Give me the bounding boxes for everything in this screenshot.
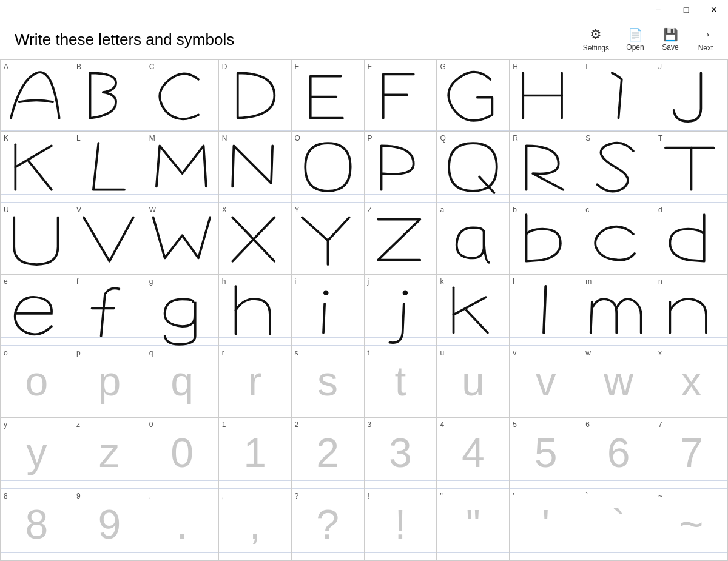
cell-label: b [513, 206, 517, 214]
cell-l[interactable]: l [510, 275, 582, 346]
cell-z[interactable]: zz [73, 418, 146, 489]
cell-D[interactable]: D [219, 60, 292, 132]
cell-label: k [440, 277, 443, 286]
cell-2[interactable]: 22 [292, 418, 365, 489]
cell-G[interactable]: G [437, 60, 510, 132]
cell-label: ~ [658, 492, 662, 500]
settings-button[interactable]: ⚙ Settings [577, 24, 615, 55]
minimize-button[interactable]: − [644, 0, 672, 19]
cell-y[interactable]: yy [1, 418, 73, 489]
cell-0[interactable]: 00 [146, 418, 219, 489]
cell-label: i [295, 277, 297, 286]
cell-E[interactable]: E [292, 60, 365, 132]
close-button[interactable]: ✕ [700, 0, 728, 19]
cell-label: Z [368, 206, 372, 214]
cell-9[interactable]: 99 [73, 489, 146, 561]
cell-u[interactable]: uu [437, 346, 510, 418]
cell-W[interactable]: W [146, 203, 219, 275]
cell-J[interactable]: J [655, 60, 728, 132]
cell-q[interactable]: qq [146, 346, 219, 418]
cell-label: x [658, 349, 662, 357]
cell-Y[interactable]: Y [292, 203, 365, 275]
cell-label: P [368, 134, 372, 143]
cell-1[interactable]: 11 [219, 418, 292, 489]
cell-4[interactable]: 44 [437, 418, 510, 489]
cell-label: ' [513, 492, 514, 500]
cell-label: c [585, 206, 589, 214]
cell-b[interactable]: b [510, 203, 582, 275]
cell-e[interactable]: e [1, 275, 73, 346]
cell-_[interactable]: .. [146, 489, 219, 561]
cell-t[interactable]: tt [365, 346, 437, 418]
cell-label: q [149, 349, 153, 357]
cell-P[interactable]: P [365, 132, 437, 203]
cell-N[interactable]: N [219, 132, 292, 203]
cell-m[interactable]: m [582, 275, 655, 346]
cell-r[interactable]: rr [219, 346, 292, 418]
window-controls: − □ ✕ [644, 0, 728, 19]
save-button[interactable]: 💾 Save [655, 25, 686, 54]
open-button[interactable]: 📄 Open [620, 25, 650, 54]
maximize-button[interactable]: □ [672, 0, 700, 19]
cell-X[interactable]: X [219, 203, 292, 275]
cell-7[interactable]: 77 [655, 418, 728, 489]
cell-_[interactable]: ,, [219, 489, 292, 561]
cell-5[interactable]: 55 [510, 418, 582, 489]
cell-I[interactable]: I [582, 60, 655, 132]
cell-_[interactable]: "" [437, 489, 510, 561]
cell-R[interactable]: R [510, 132, 582, 203]
cell-U[interactable]: U [1, 203, 73, 275]
cell-F[interactable]: F [365, 60, 437, 132]
cell-label: a [440, 206, 444, 214]
cell-w[interactable]: ww [582, 346, 655, 418]
cell-p[interactable]: pp [73, 346, 146, 418]
cell-label: W [149, 206, 156, 214]
cell-n[interactable]: n [655, 275, 728, 346]
cell-v[interactable]: vv [510, 346, 582, 418]
cell-label: M [149, 134, 155, 143]
next-button[interactable]: → Next [690, 24, 721, 55]
title-bar: − □ ✕ [0, 0, 728, 19]
cell-8[interactable]: 88 [1, 489, 73, 561]
cell-Z[interactable]: Z [365, 203, 437, 275]
cell-S[interactable]: S [582, 132, 655, 203]
cell-_[interactable]: ?? [292, 489, 365, 561]
cell-c[interactable]: c [582, 203, 655, 275]
cell-f[interactable]: f [73, 275, 146, 346]
open-icon: 📄 [628, 27, 643, 42]
cell-g[interactable]: g [146, 275, 219, 346]
cell-d[interactable]: d [655, 203, 728, 275]
cell-label: " [440, 492, 442, 500]
cell-C[interactable]: C [146, 60, 219, 132]
cell-a[interactable]: a [437, 203, 510, 275]
cell-3[interactable]: 33 [365, 418, 437, 489]
cell-_[interactable]: ~~ [655, 489, 728, 561]
cell-o[interactable]: oo [1, 346, 73, 418]
cell-s[interactable]: ss [292, 346, 365, 418]
cell-h[interactable]: h [219, 275, 292, 346]
cell-6[interactable]: 66 [582, 418, 655, 489]
cell-k[interactable]: k [437, 275, 510, 346]
cell-label: h [222, 277, 226, 286]
cell-label: S [585, 134, 590, 143]
cell-O[interactable]: O [292, 132, 365, 203]
cell-_[interactable]: `` [582, 489, 655, 561]
cell-Q[interactable]: Q [437, 132, 510, 203]
cell-label: 2 [295, 420, 299, 429]
cell-_[interactable]: !! [365, 489, 437, 561]
cell-j[interactable]: j [365, 275, 437, 346]
cell-V[interactable]: V [73, 203, 146, 275]
cell-i[interactable]: i [292, 275, 365, 346]
cell-K[interactable]: K [1, 132, 73, 203]
cell-label: f [76, 277, 78, 286]
cell-T[interactable]: T [655, 132, 728, 203]
cell-L[interactable]: L [73, 132, 146, 203]
cell-H[interactable]: H [510, 60, 582, 132]
cell-M[interactable]: M [146, 132, 219, 203]
cell-B[interactable]: B [73, 60, 146, 132]
cell-label: R [513, 134, 518, 143]
cell-_[interactable]: '' [510, 489, 582, 561]
cell-x[interactable]: xx [655, 346, 728, 418]
cell-A[interactable]: A [1, 60, 73, 132]
cell-label: F [368, 62, 372, 71]
